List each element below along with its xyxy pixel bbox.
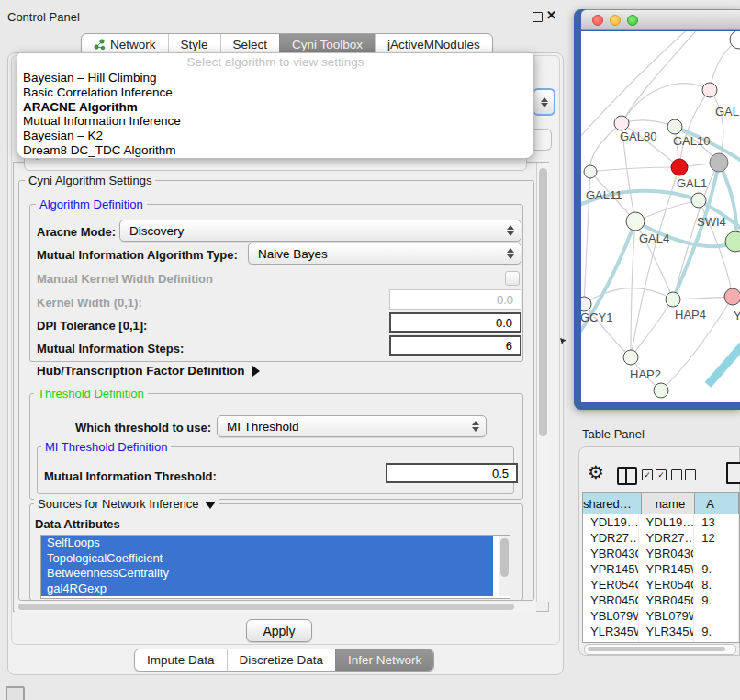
- vertical-scrollbar-thumb[interactable]: [539, 168, 547, 436]
- network-node-hap2[interactable]: [623, 350, 638, 365]
- manual-kernel-checkbox[interactable]: [505, 271, 520, 286]
- zoom-traffic-light[interactable]: [627, 15, 638, 26]
- vertical-scrollbar[interactable]: [536, 163, 549, 602]
- attributes-scrollbar[interactable]: [499, 536, 510, 596]
- mi-steps-label: Mutual Information Steps:: [37, 342, 184, 356]
- network-node[interactable]: [710, 153, 728, 172]
- node-label: GAL1: [677, 176, 707, 190]
- dpi-tolerance-field[interactable]: 0.0: [389, 312, 521, 333]
- network-node[interactable]: [725, 231, 740, 252]
- algorithm-dropdown-prompt: Select algorithm to view settings: [17, 53, 533, 71]
- combo-arrows-icon: [507, 248, 514, 259]
- network-node-gal80[interactable]: [614, 116, 629, 130]
- combo-arrows-icon: [472, 421, 479, 432]
- table-horizontal-scrollbar[interactable]: [584, 644, 736, 655]
- network-node-gcy1[interactable]: [581, 297, 591, 311]
- algorithm-option[interactable]: ARACNE Algorithm: [17, 100, 533, 115]
- stepper-down-icon: [541, 103, 548, 107]
- combo-arrows-icon: [507, 225, 514, 236]
- attributes-scrollbar-thumb[interactable]: [500, 538, 509, 577]
- algorithm-option[interactable]: Dream8 DC_TDC Algorithm: [17, 143, 533, 158]
- algorithm-option[interactable]: Bayesian – Hill Climbing: [17, 71, 533, 85]
- node-label: GAL80: [620, 130, 656, 143]
- tab-impute-data[interactable]: Impute Data: [135, 649, 227, 671]
- close-traffic-light[interactable]: [592, 15, 603, 26]
- network-node-gal[interactable]: [702, 83, 717, 97]
- attribute-item[interactable]: TopologicalCoefficient: [41, 551, 493, 567]
- algorithm-dropdown-list: Bayesian – Hill Climbing Basic Correlati…: [17, 71, 533, 158]
- unchecked-checkbox-icon[interactable]: [685, 469, 696, 480]
- which-threshold-combo[interactable]: MI Threshold: [217, 415, 487, 437]
- hub-definition-label: Hub/Transcription Factor Definition: [37, 364, 245, 378]
- split-view-icon[interactable]: [617, 467, 637, 485]
- algorithm-combo-stepper[interactable]: [533, 88, 555, 116]
- aracne-mode-combo[interactable]: Discovery: [119, 220, 521, 242]
- column-header-shared-name[interactable]: shared…: [583, 493, 642, 514]
- algorithm-option[interactable]: Basic Correlation Inference: [17, 85, 533, 100]
- horizontal-scrollbar[interactable]: [15, 602, 536, 612]
- cyni-bottom-tabbar: Impute Data Discretize Data Infer Networ…: [134, 649, 434, 672]
- dpi-tolerance-label: DPI Tolerance [0,1]:: [37, 319, 147, 333]
- node-label: GCY1: [581, 310, 612, 324]
- mi-type-combo[interactable]: Naive Bayes: [248, 243, 521, 265]
- network-node-gal11[interactable]: [584, 165, 597, 178]
- attribute-item[interactable]: SelfLoops: [41, 536, 493, 551]
- network-node-gal1[interactable]: [671, 159, 688, 175]
- mi-type-label: Mutual Information Algorithm Type:: [37, 248, 238, 262]
- column-header-partial[interactable]: A: [695, 493, 739, 514]
- table-row[interactable]: YBR043C YBR043C: [583, 546, 739, 561]
- network-window-titlebar[interactable]: [581, 9, 740, 30]
- network-node-gal4[interactable]: [626, 212, 645, 231]
- apply-button[interactable]: Apply: [246, 619, 312, 642]
- table-row[interactable]: YER054C YER054C 8.: [583, 577, 739, 593]
- table-scrollbar-thumb[interactable]: [588, 647, 725, 652]
- minimize-traffic-light[interactable]: [610, 15, 621, 26]
- network-node-swi4[interactable]: [691, 193, 706, 208]
- column-header-name[interactable]: name: [642, 493, 695, 514]
- network-node-y[interactable]: [724, 288, 740, 305]
- attribute-item[interactable]: BetweennessCentrality: [41, 566, 493, 581]
- table-row[interactable]: YIL052C YIL052C 9: [583, 639, 739, 643]
- expand-arrow-icon: [252, 366, 260, 377]
- control-panel-title: Control Panel: [7, 10, 80, 24]
- floating-handle[interactable]: [6, 686, 25, 700]
- table-row[interactable]: YDR27… YDR27… 12: [583, 530, 739, 546]
- gear-icon[interactable]: ⚙: [588, 463, 604, 481]
- mi-type-value: Naive Bayes: [258, 247, 328, 261]
- document-icon[interactable]: [726, 462, 740, 484]
- table-row[interactable]: YLR345W YLR345W 9.: [583, 624, 739, 639]
- mi-steps-field[interactable]: 6: [389, 335, 521, 356]
- sources-title[interactable]: Sources for Network Inference: [34, 497, 219, 511]
- table-body: YDL19… YDL19… 13 YDR27… YDR27… 12 YBR043…: [583, 514, 739, 643]
- close-icon[interactable]: ✕: [546, 8, 556, 22]
- kernel-width-field[interactable]: 0.0: [389, 289, 521, 310]
- which-threshold-label: Which threshold to use:: [75, 421, 211, 435]
- table-row[interactable]: YBL079W YBL079W: [583, 608, 739, 624]
- horizontal-scrollbar-thumb[interactable]: [18, 604, 514, 610]
- float-window-icon[interactable]: [533, 12, 543, 22]
- algorithm-option[interactable]: Mutual Information Inference: [17, 114, 533, 129]
- network-node-hap4[interactable]: [666, 292, 680, 307]
- mi-threshold-label: Mutual Information Threshold:: [44, 469, 217, 483]
- node-label: GAL10: [673, 134, 710, 148]
- network-canvas-container[interactable]: GALGAL80GAL10GAL1GAL11SWI4GAL4GCY1HAP4YH…: [581, 31, 740, 402]
- network-node[interactable]: [654, 383, 668, 398]
- tab-discretize-data[interactable]: Discretize Data: [227, 649, 336, 671]
- checked-checkbox-icon[interactable]: ✓: [642, 469, 653, 480]
- network-canvas[interactable]: GALGAL80GAL10GAL1GAL11SWI4GAL4GCY1HAP4YH…: [581, 31, 740, 402]
- table-row[interactable]: YPR145W YPR145W 9.: [583, 561, 739, 577]
- aracne-mode-value: Discovery: [129, 224, 184, 238]
- stepper-up-icon: [541, 97, 548, 102]
- network-combo-fragment[interactable]: [533, 129, 552, 151]
- algorithm-option[interactable]: Bayesian – K2: [17, 129, 533, 143]
- attribute-item[interactable]: gal4RGexp: [41, 581, 493, 597]
- unchecked-checkbox-icon[interactable]: [671, 469, 682, 480]
- mi-threshold-field[interactable]: 0.5: [386, 463, 518, 483]
- network-node-gal10[interactable]: [667, 119, 682, 134]
- table-row[interactable]: YDL19… YDL19… 13: [583, 514, 739, 530]
- node-label: GAL11: [586, 188, 622, 202]
- tab-infer-network[interactable]: Infer Network: [335, 649, 433, 671]
- checked-checkbox-icon[interactable]: ✓: [656, 469, 667, 480]
- hub-definition-expander[interactable]: Hub/Transcription Factor Definition: [37, 364, 260, 378]
- table-row[interactable]: YBR045C YBR045C 9.: [583, 593, 739, 608]
